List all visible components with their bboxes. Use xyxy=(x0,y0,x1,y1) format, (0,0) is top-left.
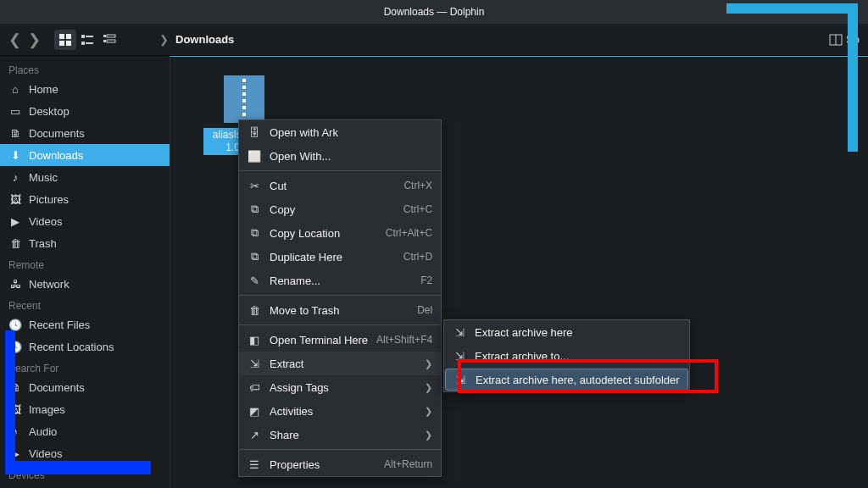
menu-item-copy[interactable]: ⧉CopyCtrl+C xyxy=(239,197,441,221)
menu-item-label: Share xyxy=(270,429,299,441)
menu-item-open-terminal-here[interactable]: ◧Open Terminal HereAlt+Shift+F4 xyxy=(239,328,441,352)
annotation-accent-top xyxy=(848,3,858,152)
menu-item-rename[interactable]: ✎Rename...F2 xyxy=(239,269,441,292)
svg-rect-0 xyxy=(59,34,64,39)
menu-item-open-with-ark[interactable]: 🗄Open with Ark xyxy=(239,120,441,144)
menu-item-label: Extract archive here, autodetect subfold… xyxy=(476,374,680,386)
menu-item-assign-tags[interactable]: 🏷Assign Tags❯ xyxy=(239,375,441,399)
dup-icon: ⧉ xyxy=(248,250,261,263)
menu-item-copy-location[interactable]: ⧉Copy LocationCtrl+Alt+C xyxy=(239,221,441,245)
activities-icon: ◩ xyxy=(248,404,261,418)
menu-item-activities[interactable]: ◩Activities❯ xyxy=(239,399,441,423)
menu-item-extract-archive-here-autodetect-subfolder[interactable]: ⇲Extract archive here, autodetect subfol… xyxy=(445,369,688,391)
menu-item-label: Extract xyxy=(270,358,303,370)
menu-item-label: Extract archive to... xyxy=(475,350,569,363)
menu-shortcut: Ctrl+Alt+C xyxy=(386,227,432,239)
breadcrumb-label: Downloads xyxy=(175,33,234,46)
svg-rect-6 xyxy=(81,42,85,45)
menu-item-label: Move to Trash xyxy=(270,304,339,317)
share-icon: ↗ xyxy=(248,428,261,441)
menu-item-label: Properties xyxy=(270,458,320,471)
svg-rect-3 xyxy=(66,41,71,46)
chevron-right-icon: ❯ xyxy=(425,382,432,393)
menu-item-label: Activities xyxy=(270,405,313,418)
section-search: Search For xyxy=(0,358,170,376)
file-view[interactable]: aliasIsolation-1.0.6.7z 🗄Open with Ark⬜O… xyxy=(170,56,868,488)
menu-item-properties[interactable]: ☰PropertiesAlt+Return xyxy=(239,452,441,476)
menu-item-cut[interactable]: ✂CutCtrl+X xyxy=(239,174,441,197)
menu-item-open-with[interactable]: ⬜Open With... xyxy=(239,144,441,168)
sidebar-item-documents[interactable]: 🗎Documents xyxy=(0,122,170,144)
svg-rect-7 xyxy=(86,42,93,44)
extract-icon: ⇲ xyxy=(248,357,261,370)
props-icon: ☰ xyxy=(248,458,261,471)
menu-item-label: Copy xyxy=(270,203,295,216)
sidebar-item-recent-locations[interactable]: 🕓Recent Locations xyxy=(0,336,170,358)
svg-rect-5 xyxy=(86,36,93,37)
sidebar-item-recent-files[interactable]: 🕓Recent Files xyxy=(0,313,170,336)
menu-shortcut: Alt+Return xyxy=(384,458,432,470)
menu-separator xyxy=(239,449,441,450)
menu-item-label: Cut xyxy=(270,180,287,192)
view-compact-button[interactable] xyxy=(76,30,98,50)
menu-item-move-to-trash[interactable]: 🗑Move to TrashDel xyxy=(239,298,441,322)
nav-back-icon[interactable]: ❮ xyxy=(8,30,21,49)
extract-icon: ⇲ xyxy=(453,349,466,363)
annotation-accent-bottom xyxy=(5,330,15,474)
menu-item-duplicate-here[interactable]: ⧉Duplicate HereCtrl+D xyxy=(239,245,441,269)
extract-submenu: ⇲Extract archive here⇲Extract archive to… xyxy=(443,319,690,392)
menu-item-share[interactable]: ↗Share❯ xyxy=(239,423,441,446)
sidebar-item-pictures[interactable]: 🖼Pictures xyxy=(0,188,170,210)
recent-files-icon: 🕓 xyxy=(8,318,22,331)
menu-shortcut: Ctrl+C xyxy=(403,203,432,215)
menu-separator xyxy=(239,170,441,171)
sidebar-item-desktop[interactable]: ▭Desktop xyxy=(0,100,170,122)
svg-rect-9 xyxy=(107,35,115,37)
menu-shortcut: Ctrl+X xyxy=(403,180,432,191)
sidebar-item-efi[interactable]: ⛁efi xyxy=(0,483,170,488)
chevron-right-icon: ❯ xyxy=(425,430,432,441)
sidebar-item-search-audio[interactable]: ♪Audio xyxy=(0,420,170,442)
section-remote: Remote xyxy=(0,254,170,273)
menu-item-extract-archive-to[interactable]: ⇲Extract archive to... xyxy=(444,344,689,368)
menu-shortcut: Del xyxy=(417,304,432,316)
extract-icon: ⇲ xyxy=(453,325,466,339)
menu-item-extract-archive-here[interactable]: ⇲Extract archive here xyxy=(444,320,689,344)
home-icon: ⌂ xyxy=(8,82,22,96)
sidebar-item-search-documents[interactable]: 🗎Documents xyxy=(0,376,170,398)
sidebar-item-videos[interactable]: ▶Videos xyxy=(0,210,170,232)
copyloc-icon: ⧉ xyxy=(248,226,261,240)
network-icon: 🖧 xyxy=(8,277,22,291)
svg-rect-8 xyxy=(103,35,106,37)
tags-icon: 🏷 xyxy=(248,380,261,394)
menu-item-extract[interactable]: ⇲Extract❯ xyxy=(239,352,441,375)
desktop-icon: ▭ xyxy=(8,104,22,118)
cut-icon: ✂ xyxy=(248,179,261,192)
svg-rect-2 xyxy=(59,41,64,46)
trash-icon: 🗑 xyxy=(8,236,22,250)
view-icons-button[interactable] xyxy=(54,30,76,50)
menu-shortcut: Alt+Shift+F4 xyxy=(376,334,432,346)
context-menu: 🗄Open with Ark⬜Open With...✂CutCtrl+X⧉Co… xyxy=(238,119,442,477)
rename-icon: ✎ xyxy=(248,274,261,287)
menu-item-label: Copy Location xyxy=(270,227,340,240)
sidebar-item-downloads[interactable]: ⬇Downloads xyxy=(0,144,170,166)
section-places: Places xyxy=(0,59,170,78)
breadcrumb[interactable]: ❯ Downloads xyxy=(159,33,234,46)
section-recent: Recent xyxy=(0,295,170,313)
extract-icon: ⇲ xyxy=(453,373,467,386)
nav-forward-icon[interactable]: ❯ xyxy=(28,30,41,49)
view-details-button[interactable] xyxy=(98,30,120,50)
sidebar-item-search-images[interactable]: 🖼Images xyxy=(0,398,170,420)
chevron-right-icon: ❯ xyxy=(425,406,432,417)
sidebar-item-trash[interactable]: 🗑Trash xyxy=(0,232,170,254)
menu-item-label: Extract archive here xyxy=(475,326,573,339)
svg-rect-10 xyxy=(103,40,106,42)
menu-separator xyxy=(239,295,441,296)
chevron-right-icon: ❯ xyxy=(425,358,432,369)
sidebar-item-network[interactable]: 🖧Network xyxy=(0,273,170,295)
menu-item-label: Assign Tags xyxy=(270,381,329,394)
sidebar-item-music[interactable]: ♪Music xyxy=(0,166,170,188)
sidebar-item-home[interactable]: ⌂Home xyxy=(0,78,170,100)
documents-icon: 🗎 xyxy=(8,126,22,140)
